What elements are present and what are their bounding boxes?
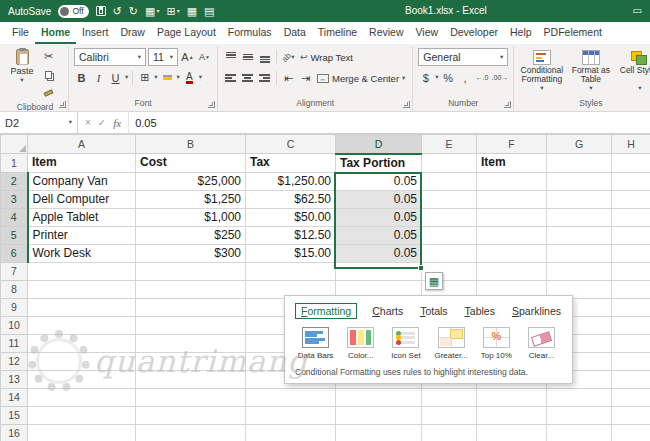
qa-greater-than-button[interactable]: Greater... [431, 327, 472, 360]
cell-H3[interactable] [612, 190, 650, 208]
row-header-9[interactable]: 9 [1, 298, 28, 316]
cell-A4[interactable]: Apple Tablet [28, 208, 136, 226]
cell-H15[interactable] [612, 406, 650, 424]
tab-insert[interactable]: Insert [76, 22, 114, 44]
cell-styles-button[interactable]: Cell Styles ▾ [617, 48, 650, 97]
cell-C1[interactable]: Tax [246, 154, 336, 173]
number-format-select[interactable]: General▾ [418, 48, 508, 66]
cell-C4[interactable]: $50.00 [246, 208, 336, 226]
cell-D2[interactable]: 0.05 [336, 172, 422, 190]
qa-tab-formatting[interactable]: Formatting [295, 303, 357, 319]
cell-A10[interactable] [28, 316, 136, 334]
tab-data[interactable]: Data [278, 22, 312, 44]
cell-C3[interactable]: $62.50 [246, 190, 336, 208]
paste-button[interactable]: Paste ▾ [7, 48, 37, 101]
cell-B14[interactable] [136, 388, 246, 406]
cell-E6[interactable] [422, 244, 477, 262]
number-dialog-launcher[interactable] [504, 101, 511, 108]
decrease-decimal-icon[interactable]: .00→ [492, 69, 509, 86]
borders-menu-icon[interactable]: ▾ [154, 74, 157, 81]
cell-C16[interactable] [246, 424, 336, 441]
cell-G5[interactable] [547, 226, 612, 244]
cell-H14[interactable] [612, 388, 650, 406]
fill-color-icon[interactable] [160, 69, 175, 86]
clipboard-dialog-launcher[interactable] [59, 101, 66, 108]
bold-button[interactable]: B [74, 69, 89, 86]
cell-E4[interactable] [422, 208, 477, 226]
qa-data-bars-button[interactable]: Data Bars [295, 327, 336, 360]
cell-B10[interactable] [136, 316, 246, 334]
cell-H12[interactable] [612, 352, 650, 370]
cell-F5[interactable] [477, 226, 547, 244]
column-header-B[interactable]: B [136, 135, 246, 154]
undo-icon[interactable]: ↺ [113, 0, 122, 22]
column-header-D[interactable]: D [336, 135, 422, 154]
cell-F14[interactable] [477, 388, 547, 406]
cell-H5[interactable] [612, 226, 650, 244]
cell-G1[interactable] [547, 154, 612, 173]
tab-help[interactable]: Help [504, 22, 538, 44]
ribbon-display-options-icon[interactable]: ▭ [633, 0, 642, 22]
fill-color-menu-icon[interactable]: ▾ [177, 74, 180, 81]
borders-icon[interactable]: ⊞ [137, 69, 152, 86]
wrap-text-button[interactable]: ↩ Wrap Text [298, 48, 355, 66]
cell-B12[interactable] [136, 352, 246, 370]
row-header-4[interactable]: 4 [1, 208, 28, 226]
row-header-14[interactable]: 14 [1, 388, 28, 406]
italic-button[interactable]: I [91, 69, 106, 86]
row-header-3[interactable]: 3 [1, 190, 28, 208]
cell-A9[interactable] [28, 298, 136, 316]
cell-E1[interactable] [422, 154, 477, 173]
tab-developer[interactable]: Developer [444, 22, 504, 44]
align-right-icon[interactable] [257, 70, 272, 87]
name-box[interactable]: D2 ▾ [0, 112, 78, 133]
cell-E15[interactable] [422, 406, 477, 424]
underline-button[interactable]: U [108, 69, 123, 86]
cell-A15[interactable] [28, 406, 136, 424]
cell-F7[interactable] [477, 262, 547, 280]
row-header-1[interactable]: 1 [1, 154, 28, 173]
cell-D3[interactable]: 0.05 [336, 190, 422, 208]
cut-icon[interactable]: ✂ [41, 48, 56, 65]
cell-G2[interactable] [547, 172, 612, 190]
cell-A13[interactable] [28, 370, 136, 388]
row-header-10[interactable]: 10 [1, 316, 28, 334]
cell-H9[interactable] [612, 298, 650, 316]
percent-format-icon[interactable]: % [441, 69, 456, 86]
qa-color-scale-button[interactable]: Color... [340, 327, 381, 360]
tab-page-layout[interactable]: Page Layout [151, 22, 222, 44]
name-box-dropdown-icon[interactable]: ▾ [69, 119, 72, 126]
cancel-icon[interactable]: × [85, 117, 91, 128]
middle-align-icon[interactable] [240, 49, 255, 66]
row-header-11[interactable]: 11 [1, 334, 28, 352]
row-header-6[interactable]: 6 [1, 244, 28, 262]
cell-A14[interactable] [28, 388, 136, 406]
cell-F2[interactable] [477, 172, 547, 190]
cell-B4[interactable]: $1,000 [136, 208, 246, 226]
merge-center-button[interactable]: ↔ Merge & Center ▾ [315, 69, 407, 87]
format-painter-icon[interactable] [41, 84, 56, 101]
select-all-button[interactable] [1, 135, 28, 154]
cell-B2[interactable]: $25,000 [136, 172, 246, 190]
orientation-icon[interactable]: ab▾ [281, 49, 296, 66]
cell-H6[interactable] [612, 244, 650, 262]
cell-E16[interactable] [422, 424, 477, 441]
row-header-2[interactable]: 2 [1, 172, 28, 190]
cell-G3[interactable] [547, 190, 612, 208]
qa-clear-format-button[interactable]: Clear... [521, 327, 562, 360]
qa-tab-totals[interactable]: Totals [418, 304, 449, 318]
cell-C7[interactable] [246, 262, 336, 280]
cell-G15[interactable] [547, 406, 612, 424]
cell-E3[interactable] [422, 190, 477, 208]
enter-icon[interactable]: ✓ [98, 117, 106, 128]
font-color-menu-icon[interactable]: ▾ [199, 74, 202, 81]
cell-F1[interactable]: Item [477, 154, 547, 173]
copy-icon[interactable] [41, 66, 56, 83]
font-size-select[interactable]: 11▾ [148, 48, 178, 66]
cell-E14[interactable] [422, 388, 477, 406]
cell-C2[interactable]: $1,250.00 [246, 172, 336, 190]
cell-H11[interactable] [612, 334, 650, 352]
autosave-toggle[interactable]: Off [58, 5, 88, 18]
cell-F15[interactable] [477, 406, 547, 424]
font-dialog-launcher[interactable] [208, 101, 215, 108]
